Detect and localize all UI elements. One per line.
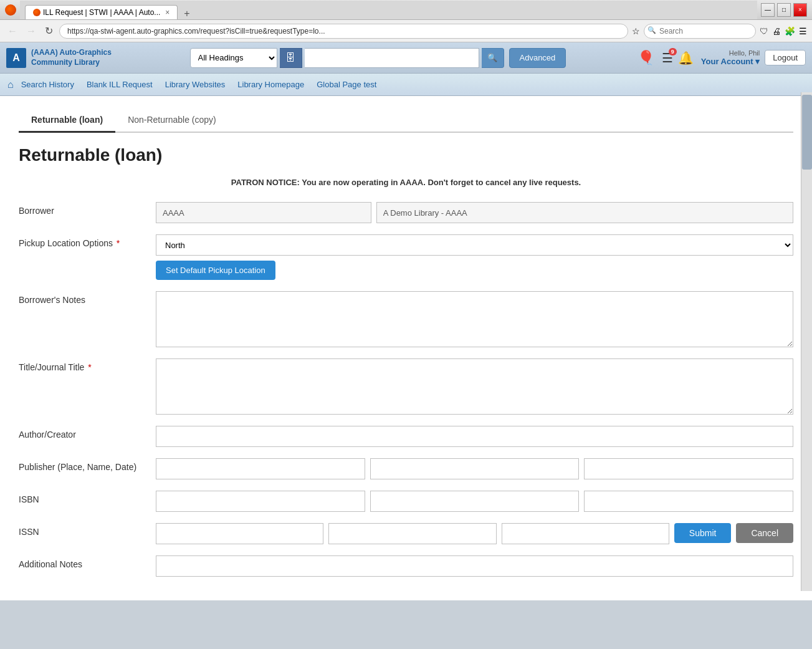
- set-default-pickup-button[interactable]: Set Default Pickup Location: [156, 261, 275, 280]
- author-label: Author/Creator: [19, 426, 156, 440]
- main-search-input[interactable]: [305, 48, 479, 68]
- address-input[interactable]: [59, 24, 628, 39]
- publisher-label: Publisher (Place, Name, Date): [19, 458, 156, 472]
- isbn-input-3[interactable]: [584, 491, 793, 512]
- isbn-input-1[interactable]: [156, 491, 365, 512]
- logo-icon: A: [6, 48, 26, 68]
- pickup-label: Pickup Location Options *: [19, 234, 156, 248]
- search-button[interactable]: 🔍: [482, 48, 504, 68]
- issn-input-3[interactable]: [502, 523, 669, 544]
- list-icon-button[interactable]: ☰ 9: [662, 50, 673, 65]
- publisher-place-input[interactable]: [156, 458, 365, 479]
- notification-badge: 9: [669, 48, 677, 55]
- tab-returnable[interactable]: Returnable (loan): [19, 108, 115, 133]
- blank-ill-request-link[interactable]: Blank ILL Request: [82, 77, 158, 92]
- cancel-button[interactable]: Cancel: [736, 523, 793, 543]
- address-bar: ← → ↻ ☆ 🛡 🖨 🧩 ☰: [0, 20, 812, 42]
- form-buttons: Submit Cancel: [674, 523, 793, 543]
- global-page-test-link[interactable]: Global Page test: [312, 77, 381, 92]
- tab-non-returnable[interactable]: Non-Returnable (copy): [115, 108, 229, 133]
- advanced-button[interactable]: Advanced: [509, 48, 566, 68]
- app-header: A (AAAA) Auto-Graphics Community Library…: [0, 42, 812, 74]
- issn-input-1[interactable]: [156, 523, 323, 544]
- app-logo-text: (AAAA) Auto-Graphics Community Library: [31, 48, 112, 67]
- borrower-inputs: [156, 202, 793, 223]
- firefox-icon: [5, 4, 16, 16]
- browser-tab[interactable]: ILL Request | STWI | AAAA | Auto... ×: [25, 5, 178, 19]
- extensions-icon[interactable]: 🧩: [785, 26, 795, 36]
- additional-notes-input[interactable]: [156, 555, 793, 577]
- minimize-button[interactable]: —: [761, 3, 775, 17]
- balloon-icon: 🎈: [638, 50, 654, 66]
- form-tabs: Returnable (loan) Non-Returnable (copy): [19, 108, 793, 133]
- logout-button[interactable]: Logout: [765, 50, 806, 65]
- refresh-button[interactable]: ↻: [42, 22, 55, 39]
- header-right: 🎈 ☰ 9 🔔 Hello, Phil Your Account ▾ Logou…: [638, 49, 806, 66]
- issn-input-2[interactable]: [328, 523, 496, 544]
- maximize-button[interactable]: □: [777, 3, 791, 17]
- additional-notes-label: Additional Notes: [19, 555, 156, 569]
- publisher-name-input[interactable]: [370, 458, 580, 479]
- window-controls: — □ ×: [761, 3, 807, 17]
- issn-inputs: [156, 523, 669, 544]
- submit-button[interactable]: Submit: [674, 523, 732, 543]
- bell-icon-button[interactable]: 🔔: [678, 50, 694, 65]
- borrower-code-input: [156, 202, 371, 223]
- new-tab-button[interactable]: +: [179, 8, 194, 19]
- library-homepage-link[interactable]: Library Homepage: [232, 77, 309, 92]
- pickup-required-star: *: [114, 238, 120, 248]
- tab-close-btn[interactable]: ×: [165, 8, 170, 17]
- scrollbar-thumb[interactable]: [802, 95, 812, 170]
- publisher-date-input[interactable]: [584, 458, 793, 479]
- home-link[interactable]: ⌂: [7, 79, 14, 90]
- toolbar-right: ☆ 🛡 🖨 🧩 ☰: [632, 24, 807, 39]
- user-info: Hello, Phil Your Account ▾: [701, 49, 760, 66]
- logo-section: A (AAAA) Auto-Graphics Community Library: [6, 48, 118, 68]
- isbn-label: ISBN: [19, 491, 156, 504]
- isbn-input-2[interactable]: [370, 491, 580, 512]
- back-button[interactable]: ←: [5, 23, 20, 39]
- search-wrap: [644, 24, 756, 39]
- publisher-inputs: [156, 458, 793, 479]
- database-button[interactable]: 🗄: [280, 48, 302, 68]
- isbn-inputs: [156, 491, 793, 512]
- pickup-row: Pickup Location Options * North South Ea…: [19, 234, 793, 280]
- header-icons: ☰ 9 🔔: [662, 50, 694, 65]
- title-textarea[interactable]: [156, 358, 793, 415]
- tab-favicon: [33, 9, 41, 16]
- database-icon: 🗄: [285, 52, 295, 64]
- forward-button[interactable]: →: [24, 23, 39, 39]
- user-section: Hello, Phil Your Account ▾ Logout: [701, 49, 806, 66]
- title-bar: ILL Request | STWI | AAAA | Auto... × + …: [0, 0, 812, 20]
- issn-label: ISSN: [19, 523, 156, 537]
- search-history-link[interactable]: Search History: [16, 77, 79, 92]
- borrower-label: Borrower: [19, 202, 156, 216]
- pickup-select[interactable]: North South East West: [156, 234, 793, 256]
- isbn-row: ISBN: [19, 491, 793, 512]
- print-icon[interactable]: 🖨: [772, 26, 781, 36]
- title-required-star: *: [85, 362, 91, 372]
- form-heading: Returnable (loan): [19, 145, 793, 165]
- address-search-input[interactable]: [644, 24, 756, 39]
- bookmark-icon[interactable]: ☆: [632, 26, 640, 36]
- pickup-control: North South East West Set Default Pickup…: [156, 234, 793, 280]
- borrower-notes-textarea[interactable]: [156, 291, 793, 347]
- additional-notes-row: Additional Notes: [19, 555, 793, 577]
- heading-select[interactable]: All Headings: [190, 48, 277, 68]
- author-input[interactable]: [156, 426, 793, 447]
- account-link[interactable]: Your Account ▾: [701, 57, 760, 66]
- title-row: Title/Journal Title *: [19, 358, 793, 415]
- shield-icon: 🛡: [760, 26, 768, 36]
- library-websites-link[interactable]: Library Websites: [160, 77, 231, 92]
- issn-section: Submit Cancel: [156, 523, 793, 544]
- scrollbar[interactable]: [801, 92, 812, 591]
- browser-frame: ILL Request | STWI | AAAA | Auto... × + …: [0, 0, 812, 42]
- close-button[interactable]: ×: [793, 3, 807, 17]
- borrower-row: Borrower: [19, 202, 793, 223]
- menu-icon[interactable]: ☰: [799, 26, 807, 36]
- hello-text: Hello, Phil: [701, 49, 760, 57]
- title-label: Title/Journal Title *: [19, 358, 156, 372]
- nav-bar: ⌂ Search History Blank ILL Request Libra…: [0, 74, 812, 96]
- publisher-row: Publisher (Place, Name, Date): [19, 458, 793, 479]
- borrower-notes-row: Borrower's Notes: [19, 291, 793, 347]
